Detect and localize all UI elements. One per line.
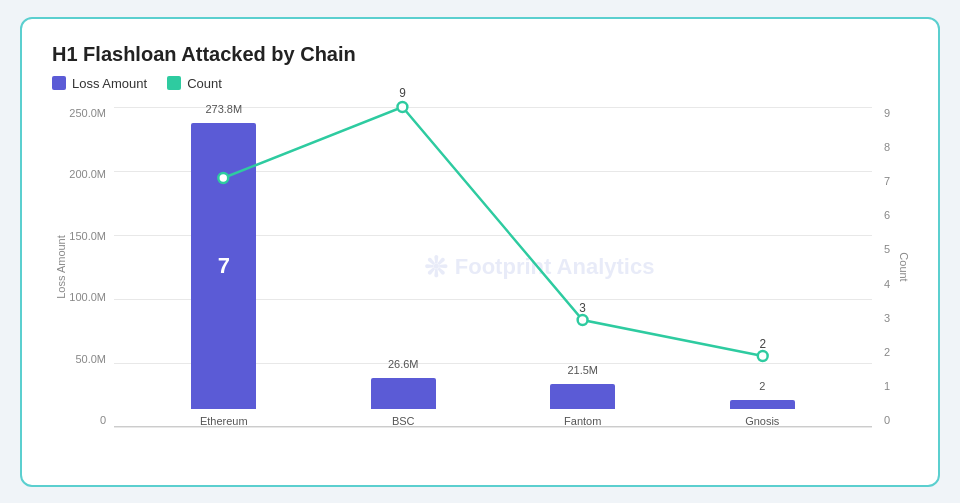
x-axis-line [114,426,872,427]
bar-fantom: 21.5M Fantom [550,384,615,427]
plot-area: ❊ Footprint Analytics 273.8M 7 Ethereum … [114,107,872,427]
bar-ethereum-fill: 273.8M 7 [191,123,256,409]
y-right-label-2: 2 [884,346,890,358]
grid-line-6 [114,427,872,428]
y-axis-left-title: Loss Amount [55,235,67,299]
legend-loss-amount: Loss Amount [52,76,147,91]
legend-count: Count [167,76,222,91]
bar-gnosis-fill: 2 [730,400,795,409]
y-left-label-100: 100.0M [69,291,106,303]
bar-gnosis: 2 Gnosis [730,400,795,427]
bar-bsc-fill: 26.6M [371,378,436,409]
y-right-label-5: 5 [884,243,890,255]
y-left-label-150: 150.0M [69,230,106,242]
legend-loss-amount-label: Loss Amount [72,76,147,91]
bar-ethereum-count: 7 [218,253,230,279]
y-left-label-250: 250.0M [69,107,106,119]
bar-fantom-fill: 21.5M [550,384,615,409]
y-axis-right-title: Count [898,252,910,281]
chart-area: Loss Amount 250.0M 200.0M 150.0M 100.0M … [52,107,908,457]
y-left-label-200: 200.0M [69,168,106,180]
bar-bsc: 26.6M BSC [371,378,436,427]
y-left-label-0: 0 [100,414,106,426]
y-left-label-50: 50.0M [75,353,106,365]
y-right-label-3: 3 [884,312,890,324]
bar-bsc-value: 26.6M [388,358,419,370]
chart-card: H1 Flashloan Attacked by Chain Loss Amou… [20,17,940,487]
y-right-label-1: 1 [884,380,890,392]
y-right-label-4: 4 [884,278,890,290]
y-right-label-9: 9 [884,107,890,119]
bar-fantom-value: 21.5M [567,364,598,376]
legend-loss-amount-box [52,76,66,90]
legend-count-label: Count [187,76,222,91]
chart-title: H1 Flashloan Attacked by Chain [52,43,908,66]
bar-gnosis-value: 2 [759,380,765,392]
legend-count-box [167,76,181,90]
bar-ethereum: 273.8M 7 Ethereum [191,123,256,427]
y-right-label-6: 6 [884,209,890,221]
y-right-label-0: 0 [884,414,890,426]
y-right-label-7: 7 [884,175,890,187]
y-right-label-8: 8 [884,141,890,153]
y-axis-left: 250.0M 200.0M 150.0M 100.0M 50.0M 0 [70,107,112,427]
chart-legend: Loss Amount Count [52,76,908,91]
bar-ethereum-value: 273.8M [205,103,242,115]
bars-container: 273.8M 7 Ethereum 26.6M BSC 21.5M [114,107,872,427]
